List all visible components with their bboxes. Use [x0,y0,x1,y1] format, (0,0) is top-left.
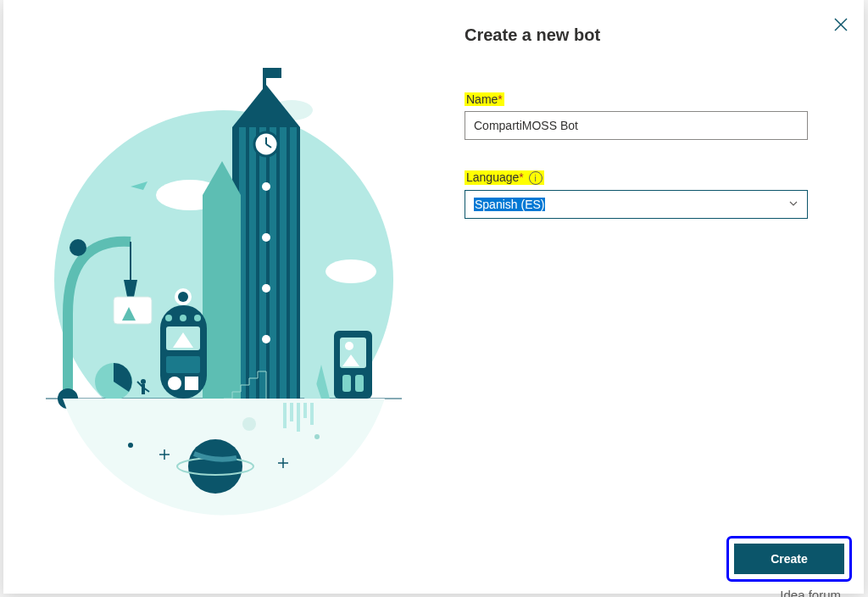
svg-rect-13 [263,68,266,93]
svg-point-25 [180,315,186,321]
svg-point-59 [314,434,320,439]
name-field-group: Name* [465,92,846,140]
create-button[interactable]: Create [734,544,844,574]
language-select[interactable]: Spanish (ES) [465,190,808,219]
svg-rect-64 [303,403,307,418]
svg-point-68 [262,284,270,293]
language-field-group: Language* i Spanish (ES) [465,170,846,219]
svg-rect-29 [166,356,200,373]
name-required-marker: * [498,92,502,106]
svg-rect-32 [63,314,73,399]
dialog-title: Create a new bot [465,25,846,45]
create-bot-form: Create a new bot Name* Language* i Spani… [465,25,846,248]
svg-rect-62 [290,403,293,421]
svg-rect-19 [203,195,241,399]
svg-point-60 [242,417,256,431]
svg-rect-9 [270,127,276,399]
svg-point-3 [326,259,376,283]
dialog-footer: Create [726,536,852,582]
language-label: Language [466,170,519,184]
svg-rect-31 [185,377,198,390]
name-label: Name [466,92,498,106]
info-icon[interactable]: i [529,171,542,185]
svg-point-58 [128,443,133,448]
language-selected-value: Spanish (ES) [474,198,545,211]
create-bot-dialog: Create a new bot Name* Language* i Spani… [3,0,864,594]
bot-name-input[interactable] [465,111,808,140]
svg-rect-14 [266,68,281,78]
svg-point-66 [262,182,270,191]
city-illustration-svg [29,59,419,534]
svg-point-40 [141,379,146,384]
background-idea-forum-link[interactable]: Idea forum [780,588,841,597]
svg-rect-10 [280,127,287,399]
language-label-highlighted: Language* i [465,170,544,185]
svg-rect-48 [342,375,351,392]
svg-point-24 [165,315,172,321]
svg-rect-63 [297,403,300,432]
svg-rect-8 [259,127,266,399]
hero-illustration [12,8,436,585]
svg-rect-49 [355,375,364,392]
svg-point-26 [194,315,201,321]
svg-point-69 [262,335,270,343]
svg-rect-11 [290,127,297,399]
svg-point-23 [178,292,188,302]
language-required-marker: * [519,170,523,184]
svg-point-67 [262,233,270,242]
chevron-down-icon [788,197,798,212]
svg-point-46 [345,342,353,350]
svg-rect-7 [249,127,256,399]
svg-point-52 [188,439,242,494]
svg-point-34 [70,239,86,256]
svg-rect-61 [283,403,287,428]
svg-rect-65 [310,403,314,425]
svg-point-30 [168,377,181,390]
create-button-annotation: Create [726,536,852,582]
name-label-highlighted: Name* [465,92,504,106]
